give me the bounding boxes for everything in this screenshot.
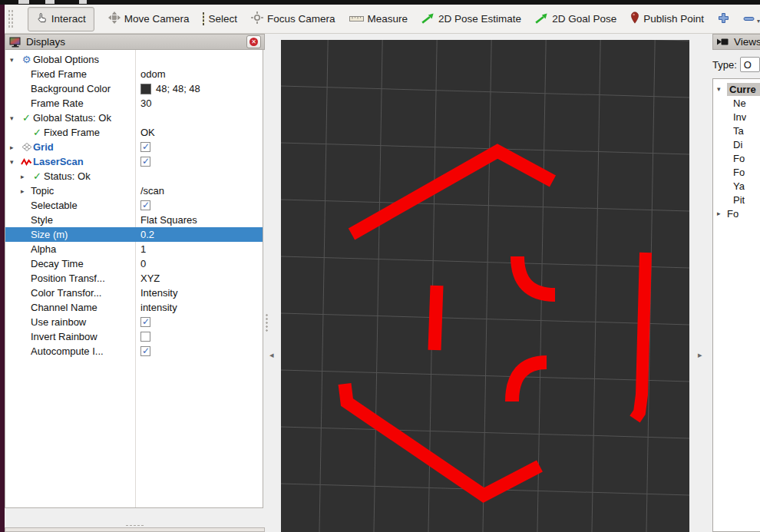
display-row-autocompute-i[interactable]: Autocompute I... (5, 344, 263, 359)
tool-publish-point[interactable]: Publish Point (630, 12, 704, 26)
collapse-right-arrow-icon[interactable]: ▸ (698, 350, 702, 360)
tool-zoom-out-minus-icon[interactable]: ▾ (743, 13, 760, 25)
property-value[interactable]: odom (140, 68, 166, 80)
close-icon[interactable]: ✕ (246, 35, 261, 48)
view-row-inv-2[interactable]: Inv (713, 110, 760, 124)
view-type-value: O (744, 59, 752, 71)
checkbox-invert-rainbow[interactable] (140, 332, 150, 342)
view-type-row: Type: O (712, 51, 760, 78)
crosshair-icon (251, 12, 263, 26)
displays-panel: Displays ✕ ▾⚙Global OptionsFixed Frameod… (5, 34, 265, 523)
property-value[interactable]: Flat Squares (140, 214, 197, 226)
tool-move-camera[interactable]: Move Camera (108, 12, 190, 26)
checkbox-grid[interactable] (140, 142, 150, 152)
property-value[interactable]: 30 (140, 97, 151, 109)
display-row-alpha[interactable]: Alpha1 (5, 242, 263, 256)
property-value[interactable]: intensity (140, 302, 177, 313)
tool-focus-camera[interactable]: Focus Camera (251, 12, 335, 26)
expander-down-icon[interactable]: ▾ (10, 56, 20, 64)
view-row-ne-1[interactable]: Ne (713, 96, 760, 110)
ruler-icon (349, 13, 364, 25)
monitor-icon (8, 37, 21, 48)
tool-select[interactable]: Select (203, 13, 237, 25)
display-row-position-transf[interactable]: Position Transf...XYZ (5, 271, 263, 286)
view-property-name: Fo (733, 167, 745, 178)
top-strip-mark (79, 0, 87, 4)
property-value[interactable]: 0 (140, 258, 146, 269)
display-row-decay-time[interactable]: Decay Time0 (5, 256, 263, 271)
left-panel-splitter[interactable]: ◂ (265, 34, 281, 532)
tool-zoom-in-plus-icon[interactable] (718, 12, 729, 26)
view-type-combobox[interactable]: O (740, 57, 760, 72)
property-value[interactable]: 0.2 (140, 229, 154, 240)
property-value[interactable]: 48; 48; 48 (156, 83, 200, 94)
display-row-laserscan[interactable]: ▾LaserScan (5, 154, 263, 169)
display-row-style[interactable]: StyleFlat Squares (5, 213, 263, 227)
property-value[interactable]: OK (140, 127, 155, 138)
display-row-size-m[interactable]: Size (m)0.2 (5, 227, 263, 242)
expander-right-icon[interactable]: ▸ (10, 144, 20, 151)
view-row-di-4[interactable]: Di (713, 137, 760, 151)
display-row-global-options[interactable]: ▾⚙Global Options (5, 52, 263, 67)
check-icon: ✓ (31, 170, 44, 182)
view-row-fo-5[interactable]: Fo (713, 151, 760, 165)
view-row-pit-8[interactable]: Pit (713, 193, 760, 207)
property-name: Topic (31, 185, 54, 197)
view-property-name: Pit (733, 194, 745, 206)
display-row-status-ok[interactable]: ▸✓Status: Ok (5, 169, 263, 183)
3d-viewport[interactable] (281, 40, 689, 532)
tool-2d-goal-pose[interactable]: 2D Goal Pose (535, 12, 616, 26)
property-value[interactable]: XYZ (140, 273, 160, 284)
display-row-background-color[interactable]: Background Color48; 48; 48 (5, 81, 263, 96)
display-row-selectable[interactable]: Selectable (5, 198, 263, 213)
top-strip-mark (45, 0, 55, 4)
display-row-use-rainbow[interactable]: Use rainbow (5, 315, 263, 329)
display-row-fixed-frame[interactable]: Fixed Frameodom (5, 67, 263, 81)
checkbox-laserscan[interactable] (140, 157, 150, 167)
lower-panel-edge (5, 527, 265, 532)
view-row-ta-3[interactable]: Ta (713, 124, 760, 137)
tool-measure[interactable]: Measure (349, 13, 408, 25)
display-row-global-status-ok[interactable]: ▾✓Global Status: Ok (5, 111, 263, 125)
property-name: LaserScan (33, 156, 84, 167)
display-row-grid[interactable]: ▸Grid (5, 140, 263, 154)
expander-right-icon[interactable]: ▸ (21, 187, 31, 195)
display-row-frame-rate[interactable]: Frame Rate30 (5, 96, 263, 111)
display-row-fixed-frame[interactable]: ✓Fixed FrameOK (5, 125, 263, 140)
expander-down-icon[interactable]: ▾ (717, 85, 727, 93)
checkbox-use-rainbow[interactable] (140, 317, 150, 327)
hand-pointer-icon (36, 12, 48, 26)
property-value[interactable]: /scan (140, 185, 164, 197)
tool-2d-pose-estimate[interactable]: 2D Pose Estimate (421, 12, 521, 26)
display-row-invert-rainbow[interactable]: Invert Rainbow (5, 329, 263, 344)
view-type-label: Type: (712, 59, 737, 71)
tool-label: Interact (51, 13, 86, 25)
property-name: Selectable (31, 200, 78, 211)
toolbar: InteractMove CameraSelectFocus CameraMea… (5, 5, 760, 34)
property-name: Background Color (31, 83, 111, 94)
dropdown-caret-icon[interactable]: ▾ (757, 18, 760, 25)
expander-right-icon[interactable]: ▸ (717, 210, 727, 217)
property-name: Use rainbow (31, 316, 86, 328)
display-row-channel-name[interactable]: Channel Nameintensity (5, 300, 263, 315)
display-row-topic[interactable]: ▸Topic/scan (5, 183, 263, 198)
expander-down-icon[interactable]: ▾ (10, 158, 20, 166)
expander-right-icon[interactable]: ▸ (21, 173, 31, 180)
display-row-color-transfor[interactable]: Color Transfor...Intensity (5, 286, 263, 300)
view-row-ya-7[interactable]: Ya (713, 179, 760, 193)
checkbox-autocompute-i[interactable] (140, 346, 150, 356)
property-value[interactable]: 1 (140, 243, 146, 255)
expander-down-icon[interactable]: ▾ (10, 114, 20, 122)
right-panel-splitter[interactable]: ▸ (689, 34, 712, 532)
toolbar-drag-handle[interactable] (8, 9, 14, 29)
view-row-curre-0[interactable]: ▾Curre (713, 82, 760, 96)
view-property-name: Di (733, 139, 742, 150)
view-row-fo-6[interactable]: Fo (713, 165, 760, 179)
checkbox-selectable[interactable] (140, 200, 150, 210)
color-swatch[interactable] (140, 84, 151, 94)
view-row-fo-9[interactable]: ▸Fo (713, 207, 760, 220)
tool-interact[interactable]: Interact (28, 7, 94, 31)
collapse-left-arrow-icon[interactable]: ◂ (269, 350, 274, 360)
property-name: Fixed Frame (44, 127, 100, 138)
property-value[interactable]: Intensity (140, 287, 177, 299)
